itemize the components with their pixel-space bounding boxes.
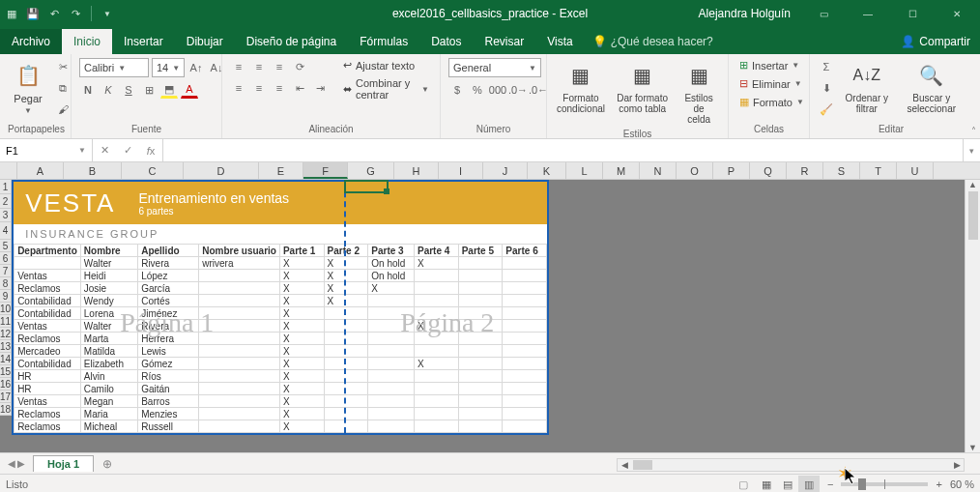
row-header[interactable]: 13 — [0, 340, 12, 353]
cell[interactable]: X — [279, 320, 324, 333]
table-row[interactable]: ReclamosMichealRussellX — [14, 420, 547, 433]
find-select-button[interactable]: 🔍Buscar y seleccionar — [899, 58, 965, 116]
cell[interactable]: Reclamos — [14, 282, 81, 295]
cell[interactable] — [199, 320, 280, 333]
table-header[interactable]: Nombre usuario — [199, 245, 280, 257]
table-row[interactable]: ReclamosJosieGarcíaXXX — [14, 282, 547, 295]
zoom-level[interactable]: 60 % — [950, 478, 974, 490]
cell[interactable]: Josie — [80, 282, 137, 295]
table-row[interactable]: ReclamosMariaMenziesX — [14, 408, 547, 420]
merge-center-button[interactable]: ⬌Combinar y centrar▼ — [340, 76, 432, 101]
cell[interactable] — [368, 320, 415, 333]
cell[interactable]: X — [414, 257, 458, 270]
row-header[interactable]: 3 — [0, 209, 12, 222]
underline-button[interactable]: S — [120, 81, 137, 99]
cell[interactable]: X — [279, 257, 324, 270]
table-row[interactable]: WalterRiverawriveraXXOn holdX — [14, 257, 547, 270]
table-row[interactable]: VentasMeganBarrosX — [14, 395, 547, 408]
table-header[interactable]: Nombre — [80, 245, 137, 257]
row-header[interactable]: 14 — [0, 353, 12, 365]
cell[interactable] — [199, 270, 280, 282]
comma-icon[interactable]: 000 — [489, 81, 506, 99]
increase-indent-icon[interactable]: ⇥ — [311, 79, 329, 97]
cell[interactable] — [458, 420, 503, 433]
cell[interactable]: X — [279, 270, 324, 282]
cell[interactable] — [458, 358, 503, 370]
tab-home[interactable]: Inicio — [62, 29, 112, 54]
cell[interactable]: Matilda — [80, 345, 137, 358]
cell[interactable] — [414, 345, 458, 358]
cell[interactable] — [368, 307, 415, 320]
row-header[interactable]: 5 — [0, 240, 12, 252]
maximize-icon[interactable]: ☐ — [893, 0, 932, 27]
cell[interactable]: Contabilidad — [14, 358, 81, 370]
cell[interactable] — [414, 282, 458, 295]
column-header[interactable]: U — [897, 162, 934, 179]
column-headers[interactable]: ABCDEFGHIJKLMNOPQRSTU — [0, 162, 980, 180]
cell[interactable]: Rivera — [138, 320, 199, 333]
accounting-icon[interactable]: $ — [448, 81, 466, 99]
minimize-icon[interactable]: — — [849, 0, 887, 27]
cell[interactable] — [199, 395, 280, 408]
row-header[interactable]: 12 — [0, 328, 12, 340]
row-header[interactable]: 9 — [0, 290, 12, 303]
cell[interactable] — [458, 370, 503, 383]
cell[interactable] — [368, 358, 415, 370]
cell[interactable]: On hold — [368, 270, 415, 282]
cell[interactable]: Ventas — [14, 395, 81, 408]
paste-button[interactable]: 📋 Pegar ▼ — [8, 58, 48, 117]
cell[interactable]: Menzies — [138, 408, 199, 420]
table-header[interactable]: Departmento — [14, 245, 81, 257]
column-header[interactable]: S — [823, 162, 860, 179]
column-header[interactable]: C — [122, 162, 184, 179]
align-left-icon[interactable]: ≡ — [230, 79, 247, 97]
cell[interactable] — [414, 295, 458, 307]
autosum-icon[interactable]: Σ — [818, 58, 835, 75]
column-header[interactable]: B — [64, 162, 122, 179]
cell[interactable]: X — [368, 282, 415, 295]
zoom-slider[interactable] — [841, 482, 928, 486]
normal-view-icon[interactable]: ▦ — [756, 476, 777, 492]
cell[interactable] — [199, 333, 280, 345]
cell[interactable] — [458, 307, 503, 320]
table-row[interactable]: HRCamiloGaitánX — [14, 383, 547, 395]
zoom-out-icon[interactable]: − — [827, 478, 833, 490]
cell[interactable] — [503, 345, 547, 358]
cell[interactable]: Gaitán — [138, 383, 199, 395]
column-header[interactable]: P — [713, 162, 750, 179]
column-header[interactable]: O — [677, 162, 713, 179]
close-icon[interactable]: ✕ — [937, 0, 976, 27]
column-header[interactable]: A — [17, 162, 64, 179]
cell[interactable]: Camilo — [80, 383, 137, 395]
table-row[interactable]: HRAlvinRíosX — [14, 370, 547, 383]
column-header[interactable]: D — [184, 162, 259, 179]
column-header[interactable]: T — [860, 162, 897, 179]
cell[interactable] — [503, 395, 547, 408]
cell[interactable] — [503, 320, 547, 333]
cell[interactable] — [414, 307, 458, 320]
cell[interactable]: X — [279, 282, 324, 295]
cell[interactable]: Heidi — [80, 270, 137, 282]
cell[interactable]: On hold — [368, 257, 415, 270]
tab-draw[interactable]: Dibujar — [175, 29, 235, 54]
cell[interactable]: Ventas — [14, 320, 81, 333]
percent-icon[interactable]: % — [469, 81, 486, 99]
cell[interactable] — [414, 420, 458, 433]
cell[interactable] — [368, 408, 415, 420]
cell[interactable] — [414, 383, 458, 395]
cell[interactable]: Lewis — [138, 345, 199, 358]
format-cells-button[interactable]: ▦Formato▼ — [736, 95, 807, 109]
cell[interactable]: Gómez — [138, 358, 199, 370]
table-row[interactable]: ContabilidadLorenaJiménezX — [14, 307, 547, 320]
tab-review[interactable]: Revisar — [474, 29, 536, 54]
row-header[interactable]: 2 — [0, 194, 12, 209]
decrease-decimal-icon[interactable]: .0← — [530, 81, 547, 99]
expand-formula-bar-icon[interactable]: ▾ — [963, 139, 980, 161]
cell[interactable]: Maria — [80, 408, 137, 420]
cell[interactable]: Ríos — [138, 370, 199, 383]
cell[interactable]: X — [279, 420, 324, 433]
cell[interactable]: X — [279, 358, 324, 370]
font-size-combo[interactable]: 14▼ — [152, 58, 185, 77]
delete-cells-button[interactable]: ⊟Eliminar▼ — [736, 76, 807, 91]
cell[interactable]: Russell — [138, 420, 199, 433]
